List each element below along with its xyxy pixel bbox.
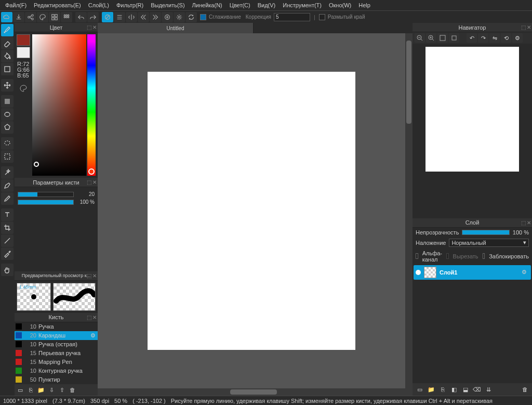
menu-ruler[interactable]: Линейка(N): [189, 1, 225, 9]
brush-opacity-slider[interactable]: [18, 200, 74, 205]
shape-tool-icon[interactable]: [1, 63, 14, 75]
grid-icon[interactable]: [49, 12, 60, 22]
cloud-icon[interactable]: [1, 12, 12, 22]
brush-item[interactable]: 10Ручка (острая): [15, 340, 98, 349]
refresh-icon[interactable]: [185, 12, 197, 22]
palette-icon[interactable]: [19, 84, 28, 93]
menu-help[interactable]: Help: [355, 1, 374, 9]
horizontal-scrollbar[interactable]: [98, 388, 413, 396]
rotate-right-icon[interactable]: ↷: [478, 33, 488, 43]
gear-icon[interactable]: [174, 12, 185, 22]
alpha-channel-checkbox[interactable]: [416, 253, 418, 259]
panel-undock-icon[interactable]: ⬚: [521, 220, 526, 226]
actual-size-icon[interactable]: [449, 33, 459, 43]
merge-down-icon[interactable]: ⇊: [483, 385, 494, 394]
eyedropper-icon[interactable]: [1, 247, 14, 260]
blurry-edge-checkbox[interactable]: [319, 14, 325, 20]
panel-undock-icon[interactable]: ⬚: [87, 179, 91, 185]
ellipse-select-icon[interactable]: [1, 108, 14, 121]
export-icon[interactable]: [13, 12, 24, 22]
eraser-tool-icon[interactable]: [1, 37, 14, 49]
tab-untitled[interactable]: Untitled: [98, 23, 254, 33]
brush-folder-icon[interactable]: 📁: [36, 385, 46, 395]
menu-color[interactable]: Цвет(C): [227, 1, 254, 9]
symmetry-icon[interactable]: [126, 12, 137, 22]
panel-close-icon[interactable]: ✕: [92, 273, 97, 279]
menu-layer[interactable]: Слой(L): [85, 1, 112, 9]
canvas-viewport[interactable]: [98, 33, 405, 388]
canvas-page[interactable]: [148, 72, 355, 350]
settings-icon[interactable]: ⚙: [512, 33, 523, 43]
delete-layer-icon[interactable]: 🗑: [520, 385, 530, 394]
background-swatch[interactable]: [17, 47, 30, 58]
menu-filter[interactable]: Фильтр(R): [113, 1, 147, 9]
menu-tool[interactable]: Инструмент(T): [280, 1, 325, 9]
panel-close-icon[interactable]: ✕: [92, 315, 97, 320]
layer-visibility-icon[interactable]: [416, 270, 421, 275]
text-tool-icon[interactable]: [1, 208, 14, 221]
menu-window[interactable]: Окно(W): [326, 1, 354, 9]
new-layer-icon[interactable]: ▭: [415, 385, 425, 394]
lasso-icon[interactable]: [1, 137, 14, 150]
polygon-select-icon[interactable]: [1, 121, 14, 134]
brush-import-icon[interactable]: ⇩: [47, 385, 56, 395]
wand-icon[interactable]: [1, 166, 14, 179]
merge-icon[interactable]: ⬓: [460, 385, 471, 394]
brush-item[interactable]: 15Mapping Pen: [15, 358, 98, 367]
reset-view-icon[interactable]: ⟲: [501, 33, 511, 43]
brush-export-icon[interactable]: ⇧: [57, 385, 66, 395]
brush-add-icon[interactable]: ▭: [16, 385, 25, 395]
antialiasing-icon[interactable]: [102, 12, 113, 22]
clear-icon[interactable]: ⌫: [472, 385, 482, 394]
vertical-scrollbar[interactable]: [405, 33, 413, 388]
panel-undock-icon[interactable]: ⬚: [87, 273, 91, 279]
hand-tool-icon[interactable]: [1, 264, 14, 276]
panel-undock-icon[interactable]: ⬚: [87, 315, 91, 320]
crop-tool-icon[interactable]: [1, 221, 14, 234]
brush-item[interactable]: 10Контурная ручка: [15, 367, 98, 375]
zoom-out-icon[interactable]: [415, 33, 425, 43]
pen-tool-icon[interactable]: [1, 179, 14, 192]
brush-item[interactable]: 20Карандаш⚙: [15, 331, 98, 340]
panel-close-icon[interactable]: ✕: [92, 24, 97, 30]
brush-delete-icon[interactable]: 🗑: [68, 385, 77, 395]
undo-icon[interactable]: [75, 12, 87, 22]
fit-screen-icon[interactable]: [437, 33, 448, 43]
clip-checkbox[interactable]: [446, 253, 449, 259]
brush-item[interactable]: 10Ручка: [15, 322, 98, 331]
mask-icon[interactable]: ◧: [449, 385, 459, 394]
move-tool-icon[interactable]: [1, 79, 14, 92]
foreground-swatch[interactable]: [17, 34, 30, 46]
marquee-icon[interactable]: [1, 150, 14, 163]
brush-dup-icon[interactable]: ⎘: [26, 385, 35, 395]
brush-tool-icon[interactable]: [1, 24, 14, 36]
brush-item[interactable]: 15Перьевая ручка: [15, 349, 98, 358]
target-icon[interactable]: [162, 12, 173, 22]
layer-gear-icon[interactable]: ⚙: [522, 269, 529, 276]
share-icon[interactable]: [25, 12, 36, 22]
brush-item[interactable]: 50Пунктир: [15, 375, 98, 384]
sv-picker[interactable]: [32, 34, 86, 176]
hue-slider[interactable]: [87, 34, 96, 176]
menu-edit[interactable]: Редактировать(E): [31, 1, 84, 9]
smoothing-checkbox[interactable]: [200, 14, 206, 20]
rewind-icon[interactable]: [138, 12, 149, 22]
menu-view[interactable]: Вид(V): [255, 1, 279, 9]
blend-mode-select[interactable]: Нормальный▾: [449, 239, 529, 247]
forward-icon[interactable]: [150, 12, 161, 22]
panel-undock-icon[interactable]: ⬚: [521, 24, 526, 30]
rotate-left-icon[interactable]: ↶: [467, 33, 477, 43]
duplicate-layer-icon[interactable]: ⎘: [437, 385, 448, 394]
zoom-in-icon[interactable]: [426, 33, 436, 43]
bucket-tool-icon[interactable]: [1, 50, 14, 62]
lock-checkbox[interactable]: [483, 253, 485, 259]
flip-h-icon[interactable]: ⇋: [489, 33, 500, 43]
panel-close-icon[interactable]: ✕: [92, 179, 97, 185]
pencil-tool-icon[interactable]: [1, 192, 14, 205]
navigator-view[interactable]: [413, 44, 532, 218]
palette-icon[interactable]: [37, 12, 48, 22]
brush-size-slider[interactable]: [18, 192, 74, 197]
menu-select[interactable]: Выделить(S): [148, 1, 188, 9]
correction-input[interactable]: [274, 13, 310, 21]
menu-file[interactable]: Файл(F): [2, 1, 30, 9]
